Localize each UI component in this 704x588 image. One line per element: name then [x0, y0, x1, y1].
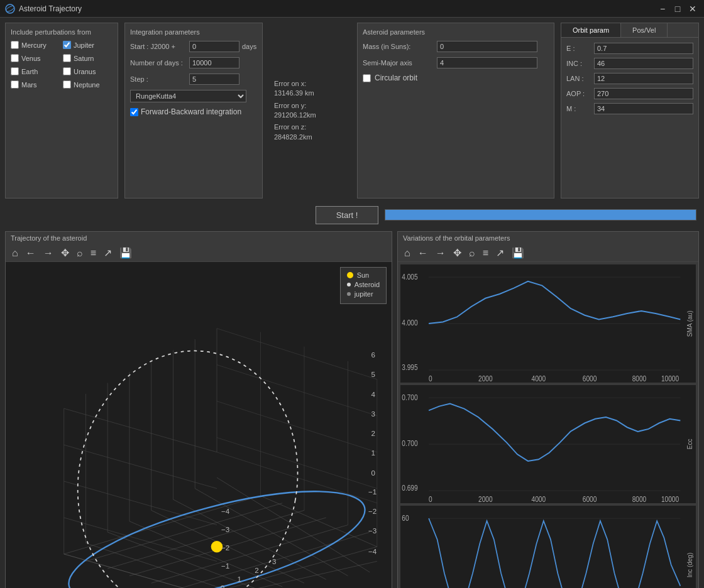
inc-chart: 60 50 0 2000 4000 6000 8000 10000 — [400, 506, 696, 588]
checkbox-venus[interactable]: Venus — [11, 54, 60, 62]
checkbox-uranus[interactable]: Uranus — [63, 67, 113, 75]
traj-save-btn[interactable]: 💾 — [117, 246, 135, 260]
svg-text:−4: −4 — [221, 508, 230, 515]
orbit-tabs: Orbit param Pos/Vel — [561, 23, 698, 38]
checkbox-mercury-input[interactable] — [11, 41, 19, 49]
checkbox-saturn-input[interactable] — [63, 54, 71, 62]
traj-fwd-btn[interactable]: → — [41, 246, 56, 260]
ecc-chart: 0.700 0.700 0.699 0 2000 4000 6000 8000 … — [400, 385, 696, 503]
asteroid-dot-legend — [347, 283, 351, 286]
aop-row: AOP : — [566, 88, 693, 99]
legend-sun: Sun — [347, 271, 380, 279]
main-content: Include perturbations from Mercury Jupit… — [0, 18, 704, 588]
lan-input[interactable] — [594, 73, 693, 84]
method-row: RungeKutta4 RungeKutta2 Euler — [130, 90, 257, 102]
var-save-btn[interactable]: 💾 — [509, 246, 527, 260]
integration-title: Integration parameters — [130, 28, 257, 36]
svg-text:−3: −3 — [368, 527, 377, 535]
svg-text:8000: 8000 — [632, 495, 647, 503]
traj-chart-btn[interactable]: ↗ — [101, 246, 114, 260]
circular-orbit-checkbox[interactable] — [363, 74, 371, 82]
sma-input[interactable] — [437, 57, 537, 68]
title-bar: Asteroid Trajectory − □ ✕ — [0, 0, 704, 18]
checkbox-uranus-input[interactable] — [63, 67, 71, 75]
inc-y-label: Inc (deg) — [684, 506, 696, 588]
svg-text:4000: 4000 — [532, 374, 546, 383]
start-input[interactable] — [189, 41, 239, 52]
var-zoom-btn[interactable]: ⌕ — [466, 246, 478, 260]
traj-settings-btn[interactable]: ≡ — [88, 246, 99, 260]
sma-row: Semi-Major axis — [363, 57, 549, 68]
e-input[interactable] — [594, 43, 693, 54]
checkbox-jupiter[interactable]: Jupiter — [63, 41, 113, 49]
error-y: Error on y:291206.12km — [274, 101, 346, 121]
svg-text:−1: −1 — [221, 562, 229, 570]
svg-text:4: 4 — [371, 391, 376, 398]
mass-input[interactable] — [437, 41, 537, 52]
var-chart-btn[interactable]: ↗ — [493, 246, 507, 260]
ecc-y-label: Ecc — [684, 385, 696, 503]
method-select[interactable]: RungeKutta4 RungeKutta2 Euler — [130, 90, 246, 102]
trajectory-legend: Sun Asteroid jupiter — [340, 267, 387, 304]
progress-fill — [385, 210, 696, 220]
step-input[interactable] — [189, 74, 239, 85]
var-settings-btn[interactable]: ≡ — [480, 246, 491, 260]
checkbox-jupiter-input[interactable] — [63, 41, 71, 49]
aop-input[interactable] — [594, 88, 693, 99]
start-row: Start : J2000 + days — [130, 41, 257, 52]
checkbox-neptune[interactable]: Neptune — [63, 80, 113, 89]
checkbox-neptune-input[interactable] — [63, 80, 71, 89]
inc-row: INC : — [566, 58, 693, 69]
var-pan-btn[interactable]: ✥ — [451, 246, 464, 260]
checkbox-earth-input[interactable] — [11, 67, 19, 75]
svg-text:3: 3 — [371, 410, 375, 418]
start-button[interactable]: Start ! — [316, 206, 378, 224]
var-fwd-btn[interactable]: → — [433, 246, 448, 260]
svg-text:6000: 6000 — [583, 495, 597, 503]
svg-text:0: 0 — [429, 374, 432, 383]
var-back-btn[interactable]: ← — [415, 246, 431, 260]
svg-text:−2: −2 — [221, 544, 229, 552]
checkbox-mars-input[interactable] — [11, 80, 19, 89]
lan-label: LAN : — [566, 75, 591, 82]
svg-text:10000: 10000 — [661, 374, 679, 383]
svg-text:−4: −4 — [368, 548, 377, 555]
inc-input[interactable] — [594, 58, 693, 69]
checkbox-mars[interactable]: Mars — [11, 80, 60, 89]
perturbations-panel: Include perturbations from Mercury Jupit… — [5, 23, 118, 199]
checkbox-saturn[interactable]: Saturn — [63, 54, 113, 62]
var-home-btn[interactable]: ⌂ — [402, 246, 413, 260]
traj-pan-btn[interactable]: ✥ — [58, 246, 72, 260]
maximize-button[interactable]: □ — [671, 3, 684, 15]
close-button[interactable]: ✕ — [686, 3, 699, 15]
traj-zoom-btn[interactable]: ⌕ — [74, 246, 85, 260]
svg-text:5: 5 — [371, 371, 375, 378]
days-input[interactable] — [189, 57, 239, 68]
checkbox-mercury[interactable]: Mercury — [11, 41, 60, 49]
svg-text:−1: −1 — [368, 488, 377, 496]
svg-text:0: 0 — [429, 495, 432, 503]
m-input[interactable] — [594, 103, 693, 114]
checkbox-venus-input[interactable] — [11, 54, 19, 62]
tab-orbit-param[interactable]: Orbit param — [561, 23, 621, 37]
svg-text:4.000: 4.000 — [402, 318, 417, 327]
trajectory-title: Trajectory of the asteroid — [6, 232, 392, 244]
aop-label: AOP : — [566, 90, 591, 97]
traj-back-btn[interactable]: ← — [23, 246, 38, 260]
error-panel: Error on x:13146.39 km Error on y:291206… — [269, 23, 351, 199]
traj-home-btn[interactable]: ⌂ — [9, 246, 21, 260]
minimize-button[interactable]: − — [656, 3, 669, 15]
error-x: Error on x:13146.39 km — [274, 79, 346, 99]
svg-text:0: 0 — [221, 584, 224, 588]
circular-orbit-row: Circular orbit — [363, 74, 549, 82]
svg-text:0: 0 — [371, 469, 375, 477]
legend-jupiter: jupiter — [347, 290, 380, 298]
tab-pos-vel[interactable]: Pos/Vel — [621, 23, 668, 37]
fwd-back-checkbox[interactable] — [130, 108, 138, 116]
mass-label: Mass (in Suns): — [363, 43, 432, 50]
orbit-form: E : INC : LAN : AOP : M : — [561, 38, 698, 119]
variations-panel: Variations of the orbital parameters ⌂ ←… — [397, 231, 699, 588]
trajectory-svg: −4 −3 −2 −1 0 1 2 3 −4 −3 −2 −1 0 1 2 — [6, 262, 392, 588]
checkbox-earth[interactable]: Earth — [11, 67, 60, 75]
svg-text:10000: 10000 — [661, 495, 679, 503]
